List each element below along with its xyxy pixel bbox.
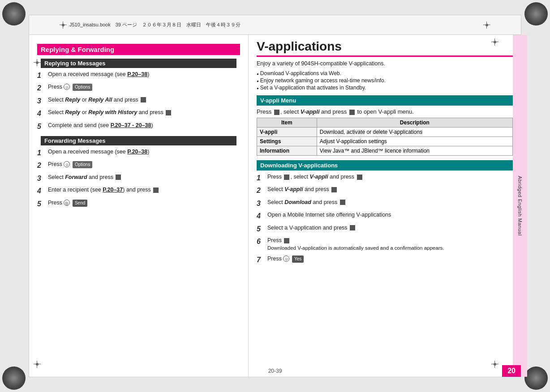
forwarding-step-2: 2 Press ☺ Options [37,161,240,170]
crosshair-right [483,21,490,29]
sidebar-label: Abridged English Manual [517,176,523,236]
forwarding-messages-header: Forwarding Messages [41,136,236,145]
bullet-item-2: Enjoy network gaming or access real-time… [257,77,513,84]
bullet-item-3: Set a V-application that activates in St… [257,85,513,91]
replying-forwarding-header: Replying & Forwarding [37,44,240,55]
forwarding-step-1: 1 Open a received message (see P.20–38) [37,148,240,158]
table-cell-information-name: Information [257,146,317,156]
v-applications-title: V-applications [257,39,513,57]
vappli-menu-header: V-appli Menu [257,95,513,106]
replying-step-1: 1 Open a received message (see P.20–38) [37,71,240,81]
table-row-information: Information View Java™ and JBlend™ licen… [257,146,513,156]
replying-step-2: 2 Press ☺ Options [37,83,240,93]
bullet-list: Download V-applications via Web. Enjoy n… [257,70,513,91]
top-bar: J510_insatsu.book 39 ページ ２０６年３月８日 水曜日 午後… [29,15,521,35]
downloading-step-2: 2 Select V-appli and press [257,186,513,196]
table-cell-settings-desc: Adjust V-application settings [317,137,512,146]
page-number-box: 20 [502,365,521,377]
page: J510_insatsu.book 39 ページ ２０６年３月８日 水曜日 午後… [29,15,521,377]
table-cell-settings-name: Settings [257,137,317,146]
forwarding-step-5: 5 Press ◎ Send [37,199,240,209]
v-app-intro: Enjoy a variety of 904SH-compatible V-ap… [257,60,513,67]
vappli-menu-table: Item Description V-appli Download, activ… [257,118,513,156]
downloading-step-4: 4 Open a Mobile Internet site offering V… [257,211,513,221]
page-ref-bottom: 20-39 [268,368,282,374]
downloading-note: Downloaded V-application is automaticall… [267,245,444,251]
table-row-vappli: V-appli Download, activate or delete V-a… [257,128,513,137]
table-cell-information-desc: View Java™ and JBlend™ licence informati… [317,146,512,156]
table-cell-vappli-name: V-appli [257,128,317,137]
downloading-header: Downloading V-applications [257,160,513,170]
bullet-item-1: Download V-applications via Web. [257,70,513,77]
corner-decoration-bl [2,366,26,390]
crosshair-content-bl [34,361,41,368]
table-header-description: Description [317,118,512,128]
downloading-step-3: 3 Select Download and press [257,199,513,209]
vappli-menu-intro: Press , select V-appli and press to open… [257,108,513,115]
corner-decoration-tl [2,2,26,26]
crosshair-content-br [491,361,498,368]
left-column: Replying & Forwarding Replying to Messag… [29,35,249,377]
crosshair-content-tl [34,59,41,66]
content: Replying & Forwarding Replying to Messag… [29,35,521,377]
corner-decoration-tr [524,2,548,26]
downloading-step-7: 7 Press ☺ Yes [257,255,513,265]
table-row-settings: Settings Adjust V-application settings [257,137,513,146]
forwarding-step-4: 4 Enter a recipient (see P.20–37) and pr… [37,186,240,196]
downloading-step-6: 6 Press Downloaded V-application is auto… [257,237,513,252]
corner-decoration-br [524,366,548,390]
table-cell-vappli-desc: Download, activate or delete V-applicati… [317,128,512,137]
downloading-step-1: 1 Press , select V-appli and press [257,173,513,183]
table-header-item: Item [257,118,317,128]
crosshair-content-tr [491,38,498,46]
replying-step-5: 5 Complete and send (see P.20–37 - 20–38… [37,122,240,132]
replying-step-4: 4 Select Reply or Reply with History and… [37,109,240,119]
downloading-step-5: 5 Select a V-application and press [257,224,513,234]
crosshair-left [60,21,67,29]
replying-messages-header: Replying to Messages [41,59,236,68]
sidebar-label-container: Abridged English Manual [513,35,527,377]
top-bar-text: J510_insatsu.book 39 ページ ２０６年３月８日 水曜日 午後… [69,21,241,28]
replying-step-3: 3 Select Reply or Reply All and press [37,96,240,106]
right-column: V-applications Enjoy a variety of 904SH-… [249,35,521,377]
forwarding-step-3: 3 Select Forward and press [37,174,240,183]
